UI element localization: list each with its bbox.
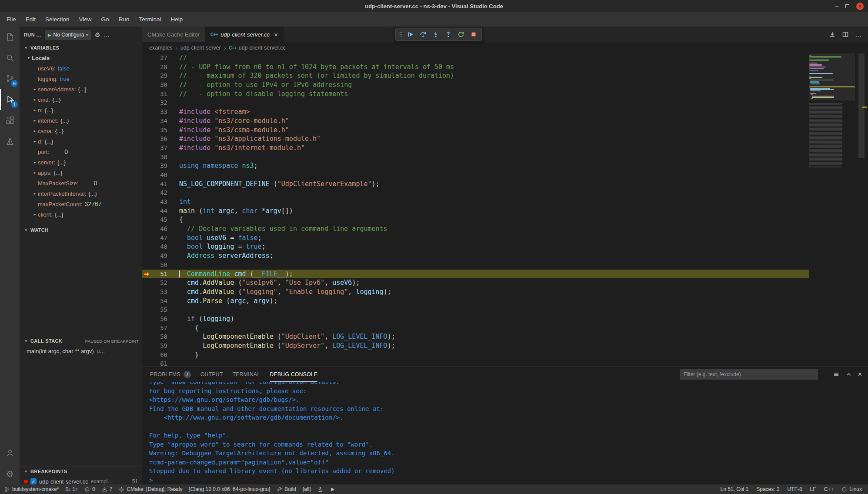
status-lf[interactable]: LF [810, 486, 816, 492]
variables-header[interactable]: ▾ VARIABLES [20, 43, 142, 53]
tab-cmake-cache-editor[interactable]: CMake Cache Editor [142, 27, 205, 42]
variable-n[interactable]: ▸ n: {...} [20, 105, 142, 115]
menu-run[interactable]: Run [114, 12, 134, 27]
code-line-31[interactable]: 31// - option to disable logging stateme… [142, 90, 809, 99]
gutter-glyph-margin[interactable] [142, 305, 151, 314]
code-line-32[interactable]: 32 [142, 98, 809, 107]
code-line-60[interactable]: 60 } [142, 350, 809, 360]
variable-serveraddress[interactable]: ▸ serverAddress: {...} [20, 84, 142, 94]
status-play[interactable] [330, 487, 335, 492]
gutter-glyph-margin[interactable] [142, 53, 151, 63]
output-actions-icon[interactable] [833, 371, 840, 378]
status-wrench[interactable]: Build [277, 486, 296, 492]
activity-source-control-icon[interactable]: 6 [0, 68, 20, 89]
breakpoint-checkbox[interactable]: ✓ [30, 478, 37, 484]
status-0-1[interactable]: 0↓ 1↑ [65, 486, 78, 492]
gutter-glyph-margin[interactable] [142, 63, 151, 72]
variable-maxpacketsize[interactable]: MaxPacketSize: 0 [20, 178, 142, 188]
variable-logging[interactable]: logging: true [20, 73, 142, 84]
menu-terminal[interactable]: Terminal [134, 12, 166, 27]
continue-button[interactable] [405, 29, 416, 40]
stack-frame[interactable]: main(int argc, char ** argv) u… [20, 346, 142, 356]
variable-usev6[interactable]: useV6: false [20, 63, 142, 73]
status-utf-8[interactable]: UTF-8 [788, 486, 802, 492]
gutter-glyph-margin[interactable] [142, 314, 151, 324]
gutter-glyph-margin[interactable] [142, 71, 151, 80]
breakpoints-header[interactable]: ▾ BREAKPOINTS [20, 467, 142, 476]
variable-csma[interactable]: ▸ csma: {...} [20, 126, 142, 136]
status-all[interactable]: [all] [303, 486, 311, 492]
step-into-button[interactable] [430, 29, 441, 40]
gutter-glyph-margin[interactable] [142, 144, 151, 153]
stop-button[interactable] [468, 29, 479, 40]
gutter-glyph-margin[interactable] [142, 80, 151, 90]
menu-file[interactable]: File [2, 12, 21, 27]
breakpoint-item[interactable]: ✓ udp-client-server.cc exampl… 51 [20, 476, 142, 484]
variable-internet[interactable]: ▸ internet: {...} [20, 115, 142, 126]
gutter-glyph-margin[interactable] [142, 260, 151, 270]
code-line-43[interactable]: 43int [142, 197, 809, 207]
debug-console[interactable]: Type "show configuration" for configurat… [142, 382, 868, 484]
gutter-glyph-margin[interactable] [142, 278, 151, 287]
status-error[interactable]: 0 [84, 486, 95, 492]
code-line-44[interactable]: 44main (int argc, char *argv[]) [142, 207, 809, 216]
activity-run-and-debug-icon[interactable]: 1 [0, 89, 20, 110]
status-spaces-2[interactable]: Spaces: 2 [756, 486, 779, 492]
console-filter-input[interactable] [680, 369, 818, 380]
gutter-glyph-margin[interactable] [142, 170, 151, 180]
code-line-45[interactable]: 45{ [142, 215, 809, 224]
variable-interpacketinterval[interactable]: ▸ interPacketInterval: {...} [20, 188, 142, 199]
gear-icon[interactable]: ⚙ [95, 31, 100, 38]
code-line-37[interactable]: 37#include "ns3/internet-module.h" [142, 144, 809, 153]
maximize-panel-icon[interactable] [845, 371, 852, 378]
gutter-glyph-margin[interactable] [142, 242, 151, 251]
scope-locals[interactable]: ▾ Locals [20, 53, 142, 63]
gutter-glyph-margin[interactable] [142, 98, 151, 107]
more-actions-icon[interactable]: … [103, 31, 110, 38]
activity-explorer-icon[interactable] [0, 27, 20, 47]
code-line-46[interactable]: 46 // Declare variables used in command-… [142, 224, 809, 234]
close-tab-icon[interactable]: × [274, 31, 278, 38]
panel-tab-output[interactable]: OUTPUT [200, 367, 223, 382]
minimap[interactable] [809, 53, 855, 367]
gutter-glyph-margin[interactable] [142, 215, 151, 224]
code-line-49[interactable]: 49 Address serverAddress; [142, 251, 809, 260]
variable-maxpacketcount[interactable]: maxPacketCount: 32767 [20, 199, 142, 209]
minimize-icon[interactable]: – [835, 3, 838, 9]
gutter-glyph-margin[interactable] [142, 341, 151, 350]
panel-tab-terminal[interactable]: TERMINAL [233, 367, 260, 382]
code-line-50[interactable]: 50 [142, 260, 809, 270]
breadcrumb-udp-client-server[interactable]: udp-client-server [180, 45, 221, 51]
code-line-36[interactable]: 36#include "ns3/applications-module.h" [142, 134, 809, 144]
activity-extensions-icon[interactable] [0, 110, 20, 131]
code-line-33[interactable]: 33#include <fstream> [142, 107, 809, 117]
code-line-61[interactable]: 61 [142, 359, 809, 367]
breadcrumb-udp-client-server-cc[interactable]: C++udp-client-server.cc [229, 45, 286, 51]
code-editor[interactable]: 27//28// - UDP flow from n0 to n1 of 102… [142, 53, 868, 367]
activity-cmake-icon[interactable] [0, 131, 20, 152]
code-line-55[interactable]: 55 [142, 305, 809, 314]
step-over-button[interactable] [417, 29, 429, 40]
code-line-35[interactable]: 35#include "ns3/csma-module.h" [142, 126, 809, 135]
gutter-glyph-margin[interactable] [142, 332, 151, 341]
gutter-glyph-margin[interactable] [142, 234, 151, 243]
gutter-glyph-margin[interactable] [142, 270, 151, 279]
status-ln-51-col-1[interactable]: Ln 51, Col 1 [721, 486, 749, 492]
gutter-glyph-margin[interactable] [142, 126, 151, 135]
code-line-27[interactable]: 27// [142, 53, 809, 63]
drag-handle-icon[interactable] [398, 31, 404, 38]
code-line-28[interactable]: 28// - UDP flow from n0 to n1 of 1024 by… [142, 63, 809, 72]
code-line-54[interactable]: 54 cmd.Parse (argc, argv); [142, 297, 809, 306]
gutter-glyph-margin[interactable] [142, 90, 151, 99]
close-icon[interactable]: × [856, 3, 864, 10]
gutter-glyph-margin[interactable] [142, 287, 151, 297]
gutter-glyph-margin[interactable] [142, 207, 151, 216]
menu-go[interactable]: Go [97, 12, 114, 27]
variable-apps[interactable]: ▸ apps: {...} [20, 167, 142, 178]
status-clang-12-0-0-x86-64-pc-linux-gnu[interactable]: [Clang 12.0.0 x86_64-pc-linux-gnu] [189, 486, 270, 492]
gutter-glyph-margin[interactable] [142, 107, 151, 117]
status-warning[interactable]: 7 [102, 486, 113, 492]
status-branch[interactable]: buildsystem-cmake* [4, 486, 59, 492]
step-out-button[interactable] [443, 29, 454, 40]
panel-tab-debug-console[interactable]: DEBUG CONSOLE [270, 367, 318, 382]
